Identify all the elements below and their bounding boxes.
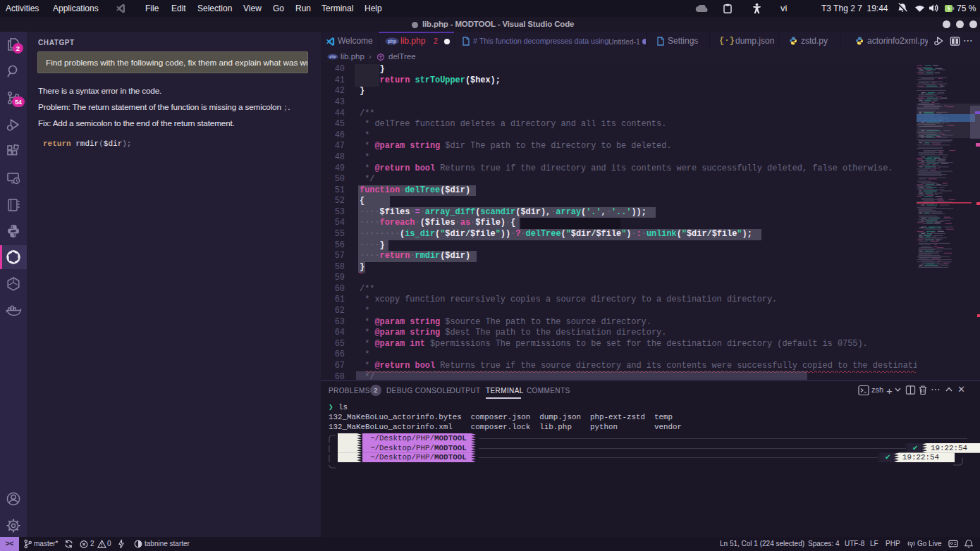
svg-text:php: php bbox=[329, 54, 336, 58]
svg-text:php: php bbox=[388, 39, 396, 44]
